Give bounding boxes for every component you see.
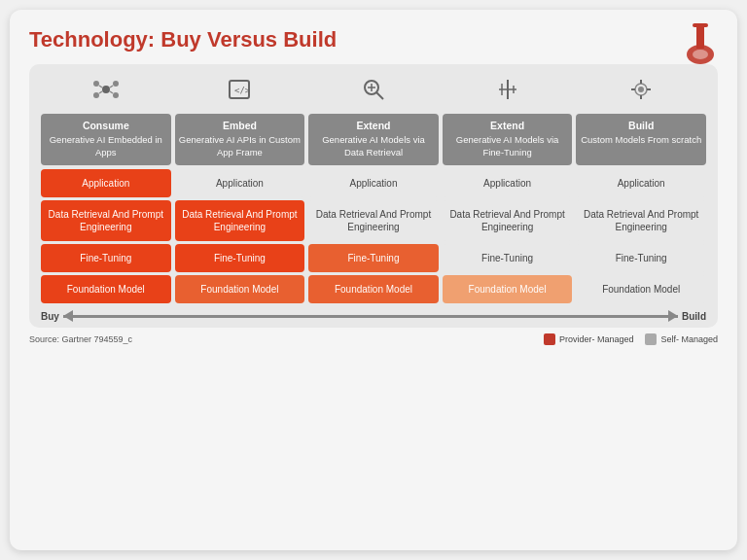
- cell-fm-3: Foundation Model: [443, 275, 573, 303]
- icon-embed: </>: [173, 74, 307, 110]
- legend-provider-box: [544, 333, 555, 345]
- page-title: Technology: Buy Versus Build: [29, 27, 718, 52]
- svg-point-28: [638, 87, 644, 92]
- svg-point-5: [93, 81, 99, 87]
- cell-ft-3: Fine-Tuning: [443, 244, 573, 272]
- cell-dr-4: Data Retrieval And Prompt Engineering: [576, 200, 706, 241]
- cell-fm-1: Foundation Model: [175, 275, 305, 303]
- icon-extend-finetuning: [441, 74, 575, 110]
- cell-fm-2: Foundation Model: [308, 275, 439, 303]
- source-text: Source: Gartner 794559_c: [29, 334, 544, 344]
- svg-text:</>: </>: [234, 86, 251, 95]
- cell-app-4: Application: [576, 169, 706, 197]
- slide-container: Technology: Buy Versus Build: [10, 10, 737, 550]
- header-extend-retrieval: Extend Generative AI Models via Data Ret…: [308, 114, 439, 165]
- cell-dr-1: Data Retrieval And Prompt Engineering: [175, 200, 305, 241]
- svg-line-10: [110, 86, 113, 88]
- row-foundation-model: Foundation Model Foundation Model Founda…: [39, 275, 708, 303]
- svg-line-12: [110, 91, 113, 93]
- legend-self: Self- Managed: [645, 333, 718, 345]
- svg-point-6: [113, 81, 119, 87]
- logo: [683, 23, 718, 64]
- arrow-left-label: Buy: [41, 311, 59, 322]
- icon-row: </>: [39, 74, 708, 110]
- row-fine-tuning: Fine-Tuning Fine-Tuning Fine-Tuning Fine…: [39, 244, 708, 272]
- legend: Provider- Managed Self- Managed: [544, 333, 718, 345]
- arrow-line: [63, 315, 678, 318]
- cell-app-2: Application: [308, 169, 439, 197]
- legend-self-label: Self- Managed: [660, 334, 718, 344]
- cell-app-1: Application: [175, 169, 305, 197]
- legend-provider-label: Provider- Managed: [559, 334, 634, 344]
- icon-build: [574, 74, 708, 110]
- svg-point-4: [102, 86, 110, 93]
- cell-ft-0: Fine-Tuning: [41, 244, 171, 272]
- row-application: Application Application Application Appl…: [39, 169, 708, 197]
- svg-rect-0: [693, 23, 708, 27]
- svg-point-7: [93, 92, 99, 98]
- header-row: Consume Generative AI Embedded in Apps E…: [39, 114, 708, 165]
- cell-dr-0: Data Retrieval And Prompt Engineering: [41, 200, 171, 241]
- icon-extend-retrieval: [306, 74, 441, 110]
- svg-point-3: [693, 50, 708, 59]
- icon-consume: [39, 74, 173, 110]
- arrow-row: Buy Build: [39, 311, 708, 322]
- svg-line-9: [99, 86, 102, 88]
- svg-line-11: [99, 91, 102, 93]
- svg-line-16: [376, 92, 383, 99]
- cell-dr-2: Data Retrieval And Prompt Engineering: [308, 200, 439, 241]
- title-prefix: Technology:: [29, 27, 160, 52]
- cell-fm-4: Foundation Model: [576, 275, 706, 303]
- cell-ft-4: Fine-Tuning: [576, 244, 706, 272]
- legend-provider: Provider- Managed: [544, 333, 634, 345]
- data-rows: Application Application Application Appl…: [39, 169, 708, 303]
- header-extend-finetuning: Extend Generative AI Models via Fine-Tun…: [443, 114, 573, 165]
- cell-dr-3: Data Retrieval And Prompt Engineering: [443, 200, 573, 241]
- arrow-right-label: Build: [682, 311, 706, 322]
- header-build: Build Custom Models From scratch: [576, 114, 706, 165]
- cell-ft-2: Fine-Tuning: [308, 244, 439, 272]
- cell-ft-1: Fine-Tuning: [175, 244, 305, 272]
- footer: Source: Gartner 794559_c Provider- Manag…: [29, 333, 718, 345]
- cell-fm-0: Foundation Model: [41, 275, 171, 303]
- cell-app-0: Application: [41, 169, 171, 197]
- title-highlight: Buy Versus Build: [160, 27, 337, 52]
- legend-self-box: [645, 333, 657, 345]
- header-embed: Embed Generative AI APIs in Custom App F…: [175, 114, 305, 165]
- svg-point-8: [113, 92, 119, 98]
- row-data-retrieval: Data Retrieval And Prompt Engineering Da…: [39, 200, 708, 241]
- main-table: </>: [29, 64, 718, 328]
- cell-app-3: Application: [443, 169, 573, 197]
- header-consume: Consume Generative AI Embedded in Apps: [41, 114, 171, 165]
